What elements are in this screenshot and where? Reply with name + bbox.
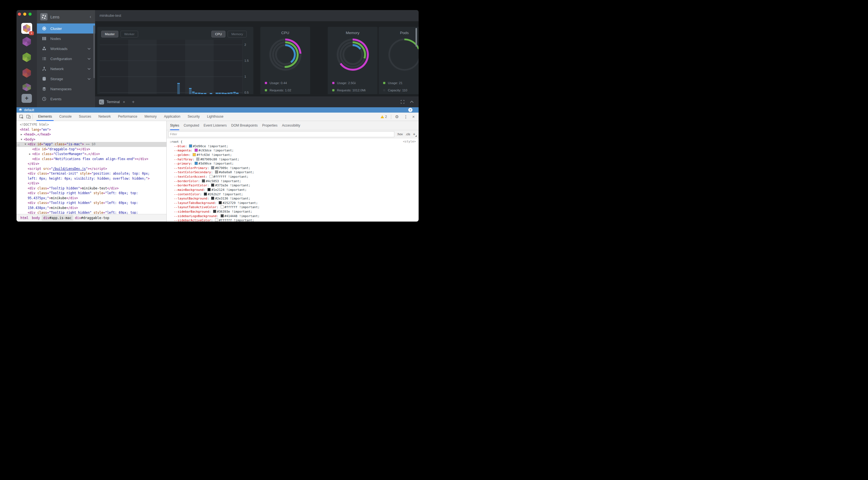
close-devtools-icon[interactable]: × (412, 114, 415, 119)
color-swatch[interactable] (221, 214, 224, 217)
css-variable[interactable]: --textColorAccent: #ffffff !important; (167, 175, 418, 179)
dom-node[interactable]: </div> (17, 181, 166, 186)
breadcrumb-div#draggable-top[interactable]: div#draggable-top (73, 215, 111, 221)
sidebar-item-storage[interactable]: Storage (37, 74, 95, 84)
sidebar-item-cluster[interactable]: Cluster (37, 24, 95, 34)
color-swatch[interactable] (213, 210, 216, 213)
node-master-button[interactable]: Master (101, 31, 118, 37)
css-rules[interactable]: <style> :root { --blue: #3d90ce !importa… (167, 138, 418, 221)
sidebar-item-network[interactable]: Network (37, 64, 95, 74)
expand-arrow-right-icon[interactable]: ▶ (21, 132, 22, 137)
devtools-tab-network[interactable]: Network (97, 113, 113, 121)
dom-node[interactable]: <div class="Notifications flex column al… (17, 157, 166, 162)
minimize-window-button[interactable] (23, 12, 26, 15)
css-variable[interactable]: --magenta: #c93dce !important; (167, 148, 418, 153)
css-variable[interactable]: --layoutBackground: #2e3136 !important; (167, 197, 418, 201)
expand-arrow-down-icon[interactable]: ▼ (25, 142, 26, 147)
close-window-button[interactable] (18, 12, 21, 15)
color-swatch[interactable] (204, 193, 207, 196)
chevron-down-icon[interactable] (88, 48, 91, 50)
dom-node[interactable]: ▶<head>…</head> (17, 132, 166, 137)
expand-arrow-right-icon[interactable]: ▶ (29, 152, 30, 157)
dom-node[interactable]: ▼<body> (17, 137, 166, 142)
add-cluster-button[interactable]: + (22, 94, 32, 103)
dom-node[interactable]: left: 0px; height: 0px; visibility: hidd… (17, 176, 166, 181)
color-swatch[interactable] (189, 144, 192, 147)
css-variable[interactable]: --halfGray: #87909c80 !important; (167, 157, 418, 162)
active-cluster-button[interactable]: 3 (21, 23, 32, 34)
dom-node[interactable]: <div class="terminal-init" style="positi… (17, 171, 166, 176)
styles-tab-styles[interactable]: Styles (170, 121, 179, 130)
dock-collapse-icon[interactable] (410, 101, 413, 103)
styles-filter-input[interactable] (168, 131, 394, 137)
color-swatch[interactable] (215, 170, 218, 173)
devtools-tab-security[interactable]: Security (186, 113, 202, 121)
dom-node[interactable]: <script src="/build/LensDev.js"></script… (17, 167, 166, 172)
styles-tab-dom-breakpoints[interactable]: DOM Breakpoints (231, 121, 258, 130)
terminal-add-icon[interactable]: + (132, 99, 134, 105)
color-swatch[interactable] (211, 183, 214, 186)
color-swatch[interactable] (215, 218, 218, 221)
dom-node[interactable]: 150.438px;">minikube</div> (17, 206, 166, 211)
dom-node[interactable]: 95.4375px;">minikube</div> (17, 196, 166, 201)
inspect-element-icon[interactable] (19, 114, 24, 119)
cluster-hexagon-red[interactable] (17, 68, 37, 78)
color-swatch[interactable] (202, 179, 205, 182)
elements-tree[interactable]: <!DOCTYPE html><html lang="en">▶<head>…<… (17, 121, 166, 221)
css-variable[interactable]: --sidebarActiveColor: #ffffff !important… (167, 218, 418, 221)
cluster-hexagon-violet[interactable] (17, 83, 37, 91)
css-variable[interactable]: --borderColor: #4c5053 !important; (167, 179, 418, 183)
new-style-rule-button[interactable]: + (413, 132, 415, 136)
dom-node[interactable]: <html lang="en"> (17, 127, 166, 132)
more-options-icon[interactable]: ⋮ (404, 114, 408, 119)
css-variable[interactable]: --blue: #3d90ce !important; (167, 144, 418, 149)
color-swatch[interactable] (221, 205, 224, 208)
styles-tab-computed[interactable]: Computed (184, 121, 199, 130)
traffic-lights[interactable] (18, 12, 32, 15)
devtools-tab-performance[interactable]: Performance (116, 113, 139, 121)
devtools-tab-application[interactable]: Application (162, 113, 182, 121)
color-swatch[interactable] (208, 188, 211, 191)
devtools-tab-sources[interactable]: Sources (77, 113, 93, 121)
chevron-down-icon[interactable] (88, 58, 91, 60)
color-swatch[interactable] (195, 162, 198, 165)
breadcrumb-body[interactable]: body (30, 215, 42, 221)
dom-node[interactable]: <div class="Tooltip right hidden" style=… (17, 191, 166, 196)
css-variable[interactable]: --sidebarLogoBackground: #414448 !import… (167, 214, 418, 218)
dom-node-selected[interactable]: …▼<div id="app" class="is-mac"> == $0 (17, 142, 166, 147)
warning-icon[interactable]: ! (380, 115, 384, 118)
namespace-bar[interactable]: default ? (17, 107, 418, 113)
dom-node[interactable]: </div> (17, 162, 166, 167)
styles-tab-accessibility[interactable]: Accessibility (282, 121, 300, 130)
devtools-tab-console[interactable]: Console (58, 113, 73, 121)
sidebar-item-workloads[interactable]: Workloads (37, 43, 95, 54)
settings-gear-icon[interactable]: ⚙ (395, 114, 399, 119)
warning-count[interactable]: 2 (385, 115, 387, 119)
css-variable[interactable]: --textColorSecondary: #a0a0a0 !important… (167, 170, 418, 175)
expand-arrow-down-icon[interactable]: ▼ (21, 137, 22, 142)
dom-node[interactable]: ▶<div class="ClusterManager">…</div> (17, 152, 166, 157)
help-icon[interactable]: ? (408, 108, 412, 112)
breadcrumb-div#app.is-mac[interactable]: div#app.is-mac (42, 215, 73, 221)
css-variable[interactable]: --sidebarBackground: #36393e !important; (167, 210, 418, 214)
css-variable[interactable]: --mainBackground: #1e2124 !important; (167, 188, 418, 192)
cluster-hexagon-green[interactable] (17, 53, 37, 62)
sidebar-item-configuration[interactable]: Configuration (37, 54, 95, 64)
color-swatch[interactable] (219, 201, 222, 204)
sidebar-item-nodes[interactable]: Nodes (37, 34, 95, 43)
dock-fullscreen-icon[interactable] (401, 100, 404, 104)
pseudo-state-toggle[interactable]: :hov (397, 132, 403, 136)
css-variable[interactable]: --layoutTabsActiveColor: #ffffff !import… (167, 205, 418, 210)
styles-tab-event-listeners[interactable]: Event Listeners (204, 121, 227, 130)
zoom-window-button[interactable] (29, 12, 32, 15)
css-variable[interactable]: --borderFaintColor: #373a3e !important; (167, 183, 418, 188)
breadcrumb-html[interactable]: html (19, 215, 30, 221)
device-toolbar-icon[interactable] (26, 114, 31, 119)
devtools-tab-elements[interactable]: Elements (36, 113, 54, 121)
css-variable[interactable]: --primary: #3d90ce !important; (167, 162, 418, 166)
sidebar-collapse-icon[interactable]: ‹ (90, 14, 91, 19)
color-swatch[interactable] (210, 175, 213, 178)
css-variable[interactable]: --textColorPrimary: #87909c !important; (167, 166, 418, 170)
sidebar-item-namespaces[interactable]: Namespaces (37, 84, 95, 94)
css-variable[interactable]: --contentColor: #262b2f !important; (167, 192, 418, 197)
